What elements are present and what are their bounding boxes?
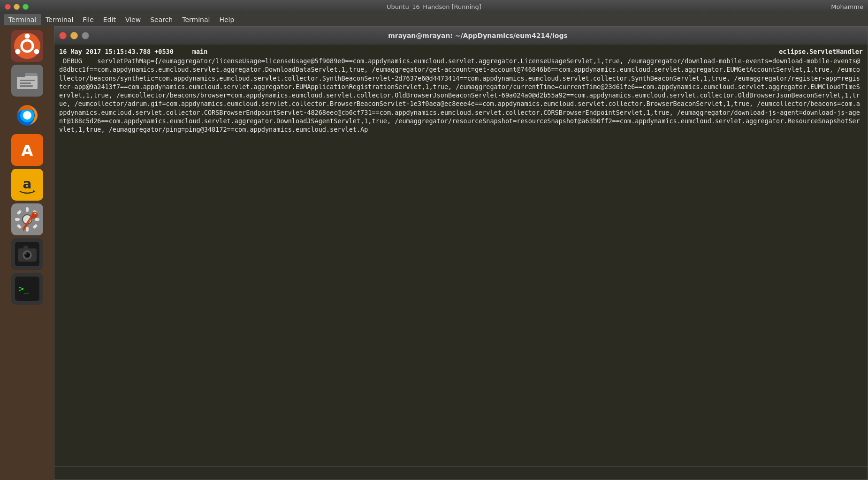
log-body: DEBUG servletPathMap={/eumaggregator/lic… xyxy=(59,57,863,134)
window-title: Ubuntu_16_Handson [Running] xyxy=(387,3,481,10)
terminal-bottom-bar xyxy=(54,466,868,480)
sidebar-icon-settings[interactable] xyxy=(11,203,43,235)
maximize-button[interactable] xyxy=(23,4,29,10)
terminal-output[interactable]: 16 May 2017 15:15:43.788 +0530 main ecli… xyxy=(54,45,868,466)
sidebar-icon-terminal2[interactable]: >_ xyxy=(11,273,43,305)
menu-item-edit[interactable]: Edit xyxy=(99,14,121,25)
terminal-titlebar: mrayan@mrayan: ~/AppDynamics/eum4214/log… xyxy=(54,27,868,45)
sidebar-icon-files[interactable] xyxy=(11,65,43,97)
menu-item-terminal-label[interactable]: Terminal xyxy=(4,14,41,25)
terminal-minimize-button[interactable] xyxy=(70,32,78,39)
main-layout: A a xyxy=(0,26,868,480)
sidebar-icon-ubuntu[interactable] xyxy=(11,30,43,62)
terminal2-logo-icon: >_ xyxy=(13,275,41,303)
terminal-maximize-button[interactable] xyxy=(82,32,89,39)
log-thread: main xyxy=(192,47,208,56)
menu-item-terminal[interactable]: Terminal xyxy=(41,14,78,25)
ubuntu-logo-icon xyxy=(13,32,41,60)
svg-rect-23 xyxy=(15,218,20,221)
menu-item-view[interactable]: View xyxy=(121,14,145,25)
title-bar: Ubuntu_16_Handson [Running] Mohamme xyxy=(0,0,868,13)
svg-rect-8 xyxy=(20,80,35,81)
log-date: 16 May 2017 15:15:43.788 +0530 xyxy=(59,47,174,56)
user-label: Mohamme xyxy=(831,3,863,10)
sidebar-icon-firefox[interactable] xyxy=(11,99,43,131)
svg-point-34 xyxy=(25,253,27,255)
terminal-title: mrayan@mrayan: ~/AppDynamics/eum4214/log… xyxy=(93,32,863,39)
menu-item-terminal2[interactable]: Terminal xyxy=(177,14,214,25)
svg-point-2 xyxy=(24,34,30,39)
amazon-logo-icon: a xyxy=(13,171,41,199)
settings-logo-icon xyxy=(13,205,41,233)
menu-item-search[interactable]: Search xyxy=(145,14,177,25)
svg-point-13 xyxy=(23,111,31,120)
svg-rect-22 xyxy=(26,227,29,232)
files-logo-icon xyxy=(13,67,41,95)
svg-point-4 xyxy=(34,49,39,54)
window-controls xyxy=(5,4,29,10)
sidebar-icon-camera[interactable] xyxy=(11,238,43,270)
close-button[interactable] xyxy=(5,4,11,10)
minimize-button[interactable] xyxy=(14,4,20,10)
terminal-window: mrayan@mrayan: ~/AppDynamics/eum4214/log… xyxy=(54,26,868,480)
svg-rect-9 xyxy=(20,82,31,84)
sidebar: A a xyxy=(0,26,54,480)
svg-point-3 xyxy=(15,49,20,54)
menu-bar: Terminal Terminal File Edit View Search … xyxy=(0,13,868,26)
svg-text:A: A xyxy=(21,142,33,159)
svg-text:a: a xyxy=(23,176,31,192)
sidebar-icon-amazon[interactable]: a xyxy=(11,169,43,201)
camera-logo-icon xyxy=(13,240,41,268)
firefox-logo-icon xyxy=(13,101,41,129)
menu-item-help[interactable]: Help xyxy=(214,14,239,25)
log-class: eclipse.ServletHandler xyxy=(226,47,863,56)
sidebar-icon-softcenter[interactable]: A xyxy=(11,134,43,166)
menu-item-file[interactable]: File xyxy=(78,14,98,25)
svg-text:>_: >_ xyxy=(19,284,29,293)
svg-rect-35 xyxy=(23,246,28,248)
svg-rect-10 xyxy=(20,85,33,87)
softcenter-logo-icon: A xyxy=(13,136,41,164)
terminal-close-button[interactable] xyxy=(59,32,67,39)
svg-rect-24 xyxy=(35,218,39,221)
svg-rect-21 xyxy=(26,207,29,212)
svg-rect-7 xyxy=(17,73,25,77)
